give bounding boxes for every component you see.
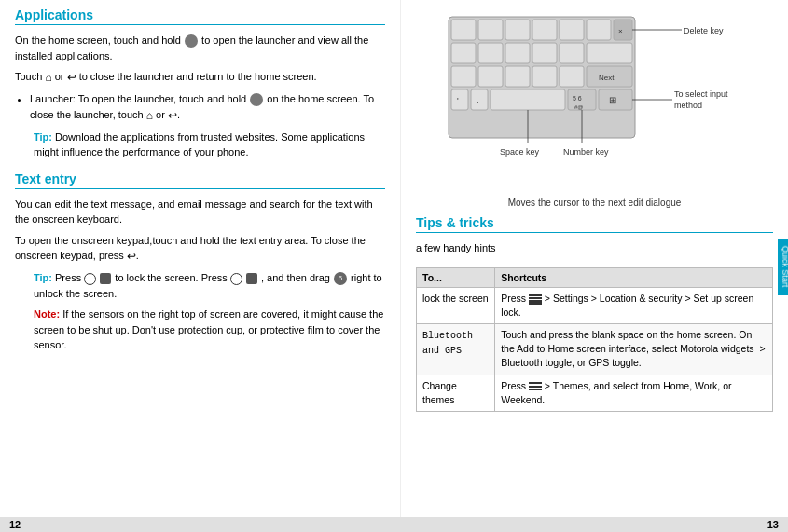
svg-rect-5 (560, 20, 584, 40)
svg-rect-16 (478, 66, 503, 87)
apps-bullet-list: Launcher: To open the launcher, touch an… (30, 91, 385, 124)
note-text: If the sensors on the right top of scree… (34, 308, 383, 350)
svg-rect-6 (587, 20, 611, 40)
tip2-block: Tip: Press to lock the screen. Press , a… (34, 270, 385, 301)
launcher-bullet: Launcher: To open the launcher, touch an… (30, 91, 385, 124)
svg-text:method: method (674, 101, 702, 110)
left-panel: Applications On the home screen, touch a… (0, 0, 401, 517)
svg-rect-15 (451, 66, 476, 87)
tip2-label: Tip: (34, 272, 52, 283)
svg-rect-19 (560, 66, 584, 87)
svg-text:To select input: To select input (674, 89, 728, 99)
text-entry-title: Text entry (15, 171, 385, 189)
note-block: Note: If the sensors on the right top of… (34, 307, 385, 353)
home-icon-2: ⌂ (146, 107, 153, 124)
svg-rect-13 (560, 43, 584, 63)
table-row: lock the screen Press > Settings > Locat… (417, 287, 773, 323)
apps-para2: Touch ⌂ or ↩ to close the launcher and r… (15, 69, 385, 86)
svg-rect-1 (451, 20, 476, 40)
tip1-block: Tip: Download the applications from trus… (34, 130, 385, 160)
lock-icon3 (230, 273, 242, 285)
svg-text:⊞: ⊞ (609, 95, 616, 105)
svg-text:Space key: Space key (500, 147, 540, 157)
table-header-to: To... (417, 267, 495, 287)
note-label: Note: (34, 308, 60, 320)
tip1-text: Download the applications from trusted w… (34, 131, 365, 158)
svg-rect-17 (505, 66, 530, 87)
apps-para1: On the home screen, touch and hold to op… (15, 33, 385, 63)
svg-rect-18 (532, 66, 557, 87)
keyboard-svg: × Next (416, 7, 733, 180)
table-cell-lock-label: lock the screen (417, 287, 495, 323)
svg-rect-22 (451, 89, 468, 110)
svg-rect-2 (478, 20, 503, 40)
table-cell-bt-label: Bluetooth and GPS (417, 323, 495, 375)
right-panel: × Next (401, 0, 788, 517)
launcher-icon (185, 34, 198, 48)
svg-rect-4 (532, 20, 557, 40)
lock-icon (84, 273, 96, 285)
back-icon-2: ↩ (168, 107, 177, 124)
svg-rect-10 (478, 43, 503, 63)
svg-rect-9 (451, 43, 476, 63)
textentry-para2: To open the onscreen keypad,touch and ho… (15, 233, 385, 266)
svg-rect-11 (505, 43, 530, 63)
tip1-label: Tip: (34, 131, 52, 143)
svg-rect-24 (471, 89, 488, 110)
svg-rect-3 (505, 20, 530, 40)
page-bar: 12 13 (0, 517, 788, 532)
table-cell-themes-shortcut: Press > Themes, and select from Home, Wo… (495, 375, 773, 411)
cursor-note: Moves the cursor to the next edit dialog… (416, 198, 773, 208)
svg-rect-7 (614, 20, 632, 40)
svg-rect-14 (587, 43, 632, 63)
applications-content: On the home screen, touch and hold to op… (15, 33, 385, 160)
svg-text:5 6: 5 6 (573, 95, 582, 102)
drag-icon: 6 (334, 272, 347, 285)
svg-text:×: × (618, 27, 623, 35)
back-icon-3: ↩ (127, 248, 136, 265)
table-row: Change themes Press > Themes, and select… (417, 375, 773, 411)
svg-text:Delete key: Delete key (684, 26, 724, 35)
hints-subtitle: a few handy hints (416, 240, 773, 256)
svg-text:Number key: Number key (563, 147, 609, 157)
lock-icon2 (100, 273, 111, 284)
shortcuts-table: To... Shortcuts lock the screen Press (416, 267, 773, 413)
table-cell-bt-shortcut: Touch and press the blank space on the h… (495, 323, 773, 375)
svg-text:#@: #@ (574, 104, 583, 110)
home-icon: ⌂ (45, 69, 51, 86)
svg-rect-26 (491, 89, 565, 110)
tips-subtitle: a few handy hints (416, 240, 773, 256)
side-tab: Quick Start (779, 238, 788, 294)
right-panel-inner: × Next (416, 7, 773, 412)
keyboard-diagram-area: × Next (416, 7, 773, 194)
svg-text:Next: Next (599, 74, 615, 82)
svg-text:.: . (477, 96, 479, 105)
tip2-text: Press to lock the screen. Press , and th… (34, 272, 382, 299)
text-entry-content: You can edit the text message, and email… (15, 197, 385, 353)
table-row: Bluetooth and GPS Touch and press the bl… (417, 323, 773, 375)
lock-icon4 (246, 273, 257, 284)
page-number-left: 12 (9, 519, 21, 530)
svg-rect-12 (532, 43, 557, 63)
launcher-icon-2 (250, 93, 263, 106)
back-icon: ↩ (67, 69, 76, 86)
svg-text:': ' (457, 96, 459, 105)
table-header-shortcuts: Shortcuts (495, 267, 773, 287)
table-cell-themes-label: Change themes (417, 375, 495, 411)
applications-title: Applications (15, 7, 385, 25)
tips-tricks-title: Tips & tricks (416, 215, 773, 233)
textentry-para1: You can edit the text message, and email… (15, 197, 385, 227)
table-cell-lock-shortcut: Press > Settings > Location & security >… (495, 287, 773, 323)
page-number-right: 13 (767, 519, 779, 530)
